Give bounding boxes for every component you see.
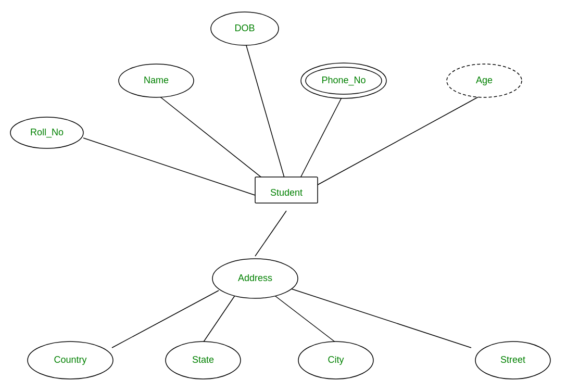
- name-label: Name: [144, 75, 169, 85]
- age-label: Age: [476, 75, 493, 85]
- state-label: State: [192, 355, 214, 365]
- svg-line-6: [112, 290, 219, 348]
- svg-line-7: [203, 293, 237, 343]
- svg-line-0: [245, 40, 286, 185]
- dob-label: DOB: [234, 23, 255, 33]
- svg-line-4: [83, 138, 255, 195]
- svg-line-3: [318, 94, 484, 185]
- student-label: Student: [270, 187, 303, 198]
- country-label: Country: [54, 355, 86, 365]
- svg-line-9: [292, 289, 471, 348]
- street-label: Street: [500, 355, 525, 365]
- phone-label: Phone_No: [321, 75, 366, 86]
- svg-line-1: [156, 94, 271, 185]
- svg-line-5: [255, 211, 286, 256]
- city-label: City: [328, 355, 344, 365]
- address-label: Address: [238, 273, 272, 283]
- rollno-label: Roll_No: [30, 127, 64, 138]
- svg-line-2: [297, 94, 344, 185]
